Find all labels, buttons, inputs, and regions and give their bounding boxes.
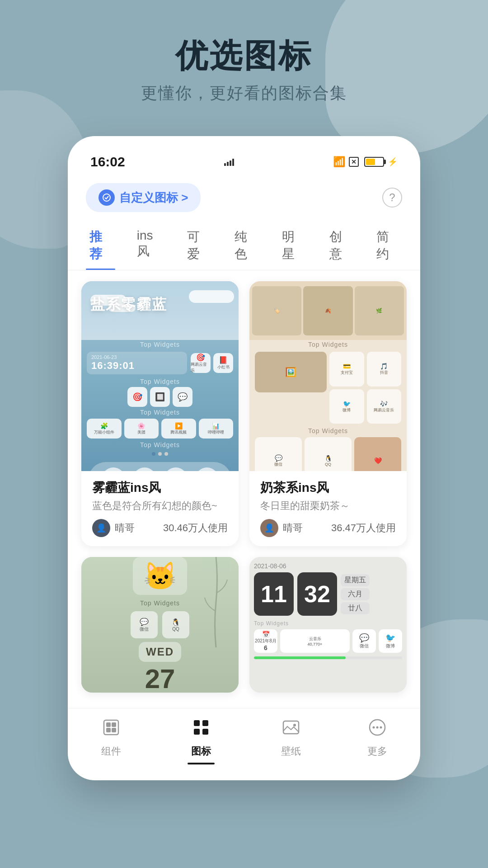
card-meta-milk: 👤 晴哥 36.47万人使用 [260, 519, 396, 537]
blue-sky: 盐系零霾蓝 [81, 281, 239, 340]
svg-rect-5 [112, 728, 116, 732]
page-title: 优选图标 [0, 36, 488, 75]
help-icon-label: ? [389, 191, 395, 204]
top-widgets-3: Top Widgets [81, 408, 239, 417]
blue-pagination [81, 449, 239, 458]
page-subtitle: 更懂你，更好看的图标合集 [0, 82, 488, 104]
tab-simple[interactable]: 简约 [373, 221, 402, 270]
x-icon: ✕ [349, 157, 359, 167]
status-time: 16:02 [90, 154, 125, 170]
custom-btn-label: 自定义图标 > [119, 190, 188, 206]
top-widgets-2: Top Widgets [81, 377, 239, 386]
top-widgets-milk: Top Widgets [249, 340, 407, 349]
card-info-milk: 奶茶系ins风 冬日里的甜栗奶茶～ 👤 晴哥 36.47万人使用 [249, 471, 407, 546]
tab-ins[interactable]: ins风 [133, 221, 166, 270]
blue-theme-title: 盐系零霾蓝 [90, 295, 167, 315]
svg-rect-9 [202, 729, 208, 735]
theme-grid: 👑 盐系零霾蓝 Top Widgets 2021-06-23 16:39:0 [68, 270, 420, 703]
theme-card-cat[interactable]: 🐱 Top Widgets 💬微信 🐧QQ WED 27 [81, 557, 239, 693]
theme-preview-digital: 2021-08-06 11 32 星期五 六月 廿八 Top Widgets [249, 557, 407, 693]
svg-rect-10 [283, 721, 299, 734]
dock-camera: 📷 [195, 467, 219, 471]
nav-more-label: 更多 [367, 745, 387, 758]
lightning-icon: ⚡ [388, 157, 398, 167]
top-widgets-4: Top Widgets [81, 440, 239, 449]
nav-active-indicator [188, 763, 215, 764]
top-widgets-digital: Top Widgets [254, 619, 402, 627]
svg-rect-7 [202, 720, 208, 726]
top-widgets-cat: Top Widgets [140, 599, 180, 608]
theme-preview-blue: 👑 盐系零霾蓝 Top Widgets 2021-06-23 16:39:0 [81, 281, 239, 471]
theme-card-digital[interactable]: 2021-08-06 11 32 星期五 六月 廿八 Top Widgets [249, 557, 407, 693]
card-desc-blue: 蓝色是符合所有幻想的颜色~ [92, 499, 228, 513]
card-title-milk: 奶茶系ins风 [260, 479, 396, 496]
blue-dock: 📞 ✉️ 💬 📷 [89, 462, 231, 471]
bottom-nav: 组件 图标 壁纸 [68, 708, 420, 780]
phone-frame: 16:02 📶 ✕ ⚡ 自定义图标 > [68, 136, 420, 780]
svg-rect-1 [104, 720, 118, 735]
dock-phone: 📞 [102, 467, 125, 471]
svg-rect-4 [106, 728, 111, 732]
nav-icon-label: 图标 [191, 745, 211, 758]
card-title-blue: 雾霾蓝ins风 [92, 479, 228, 496]
svg-rect-8 [194, 729, 200, 735]
card-meta-blue: 👤 晴哥 30.46万人使用 [92, 519, 228, 537]
nav-widget[interactable]: 组件 [101, 717, 121, 764]
svg-point-0 [103, 194, 110, 201]
theme-card-blue[interactable]: 👑 盐系零霾蓝 Top Widgets 2021-06-23 16:39:0 [81, 281, 239, 546]
card-info-blue: 雾霾蓝ins风 蓝色是符合所有幻想的颜色~ 👤 晴哥 30.46万人使用 [81, 471, 239, 546]
usage-count-blue: 30.46万人使用 [163, 521, 228, 535]
svg-point-15 [380, 726, 382, 729]
svg-rect-2 [106, 722, 111, 727]
help-button[interactable]: ? [382, 188, 402, 208]
custom-banner: 自定义图标 > ? [86, 183, 402, 212]
hour-block: 11 [254, 572, 294, 616]
top-widgets-milk2: Top Widgets [249, 426, 407, 435]
author-avatar-blue: 👤 [92, 519, 110, 537]
dock-message: 💬 [164, 467, 188, 471]
top-widgets-1: Top Widgets [81, 340, 239, 349]
status-icons: 📶 ✕ ⚡ [333, 156, 398, 168]
weekday-tag: 星期五 [341, 574, 370, 586]
tab-recommended[interactable]: 推荐 [86, 221, 115, 270]
milk-top: 🏷️ 🍂 🌿 [249, 281, 407, 340]
tab-creative[interactable]: 创意 [326, 221, 355, 270]
author-avatar-milk: 👤 [260, 519, 278, 537]
tab-cute[interactable]: 可爱 [183, 221, 213, 270]
custom-icon-button[interactable]: 自定义图标 > [86, 183, 201, 212]
dock-mail: ✉️ [133, 467, 156, 471]
nav-wallpaper[interactable]: 壁纸 [281, 717, 301, 764]
nav-wallpaper-icon [281, 717, 301, 742]
svg-rect-3 [112, 722, 116, 727]
tab-star[interactable]: 明星 [278, 221, 308, 270]
svg-point-14 [376, 726, 378, 729]
svg-rect-6 [194, 720, 200, 726]
svg-point-11 [293, 724, 296, 726]
nav-wallpaper-label: 壁纸 [281, 745, 301, 758]
author-name-blue: 晴哥 [115, 521, 135, 535]
author-name-milk: 晴哥 [283, 521, 303, 535]
signal-icon [224, 158, 234, 166]
card-desc-milk: 冬日里的甜栗奶茶～ [260, 499, 396, 513]
nav-more-icon [367, 717, 387, 742]
nav-icon-tab[interactable]: 图标 [188, 717, 215, 764]
nav-more[interactable]: 更多 [367, 717, 387, 764]
nav-widget-label: 组件 [101, 745, 121, 758]
tab-bar: 推荐 ins风 可爱 纯色 明星 创意 简约 [68, 221, 420, 270]
tab-solid[interactable]: 纯色 [231, 221, 260, 270]
nav-widget-icon [101, 717, 121, 742]
battery-icon [364, 157, 384, 167]
wifi-icon: 📶 [333, 156, 345, 168]
theme-preview-cat: 🐱 Top Widgets 💬微信 🐧QQ WED 27 [81, 557, 239, 693]
custom-btn-icon [99, 189, 115, 206]
status-bar: 16:02 📶 ✕ ⚡ [68, 150, 420, 174]
digital-date: 2021-08-06 [254, 562, 402, 570]
minute-block: 32 [297, 572, 337, 616]
lunar-day: 廿八 [341, 602, 370, 614]
theme-preview-milk: 🏷️ 🍂 🌿 Top Widgets 🖼️ 💳支付宝 🎵抖音 [249, 281, 407, 471]
nav-icon-tab-icon [191, 717, 211, 742]
theme-card-milk[interactable]: 🏷️ 🍂 🌿 Top Widgets 🖼️ 💳支付宝 🎵抖音 [249, 281, 407, 546]
lunar-month: 六月 [341, 588, 370, 600]
usage-count-milk: 36.47万人使用 [331, 521, 396, 535]
svg-point-13 [372, 726, 375, 729]
